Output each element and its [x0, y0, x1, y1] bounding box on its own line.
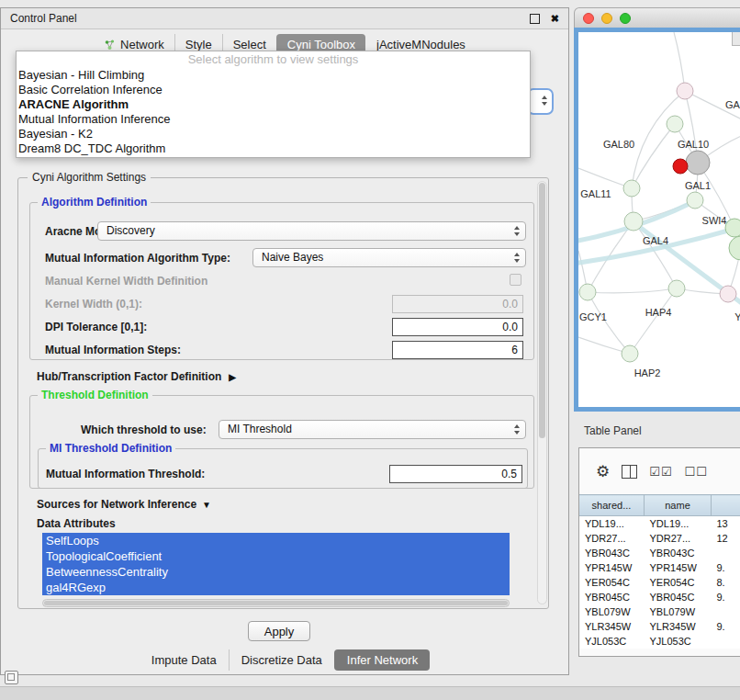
scrollbar-corner: [732, 32, 740, 46]
algorithm-option[interactable]: Bayesian - Hill Climbing: [17, 68, 530, 83]
mac-close-icon[interactable]: [583, 13, 594, 24]
tab-label: Style: [185, 38, 212, 51]
network-node[interactable]: [667, 116, 683, 132]
column-header-shared-name[interactable]: shared...: [579, 495, 645, 516]
apply-button[interactable]: Apply: [248, 621, 310, 641]
kernel-width-field: 0.0: [392, 295, 523, 313]
scrollbar-thumb[interactable]: [539, 183, 545, 438]
node-label: HAP2: [634, 367, 661, 378]
node-label: GAL80: [603, 139, 634, 150]
dpi-tolerance-field[interactable]: 0.0: [392, 318, 523, 336]
mi-steps-label: Mutual Information Steps:: [45, 344, 181, 356]
network-node[interactable]: [624, 212, 643, 231]
table-row[interactable]: YDR27...YDR27...12: [579, 531, 740, 546]
tab-discretize-data[interactable]: Discretize Data: [229, 649, 334, 671]
control-panel-title: Control Panel: [10, 12, 77, 25]
group-title: MI Threshold Definition: [46, 442, 175, 455]
data-attribute-item[interactable]: gal4RGexp: [42, 580, 510, 595]
network-node[interactable]: [579, 284, 596, 300]
table-cell: YLR345W: [645, 619, 712, 634]
network-edge: [588, 288, 677, 293]
table-row[interactable]: YJL053CYJL053C: [579, 634, 740, 649]
close-icon[interactable]: ✖: [551, 14, 559, 24]
horizontal-scrollbar[interactable]: [42, 599, 510, 607]
network-node[interactable]: [673, 159, 688, 174]
table-cell: YJL053C: [645, 634, 712, 649]
manual-kernel-width-checkbox: [510, 274, 521, 286]
dpi-tolerance-label: DPI Tolerance [0,1]:: [45, 321, 147, 333]
table-row[interactable]: YPR145WYPR145W9.: [579, 560, 740, 575]
data-attribute-item[interactable]: SelfLoops: [42, 533, 510, 548]
network-node[interactable]: [686, 151, 710, 175]
hub-definition-section[interactable]: Hub/Transcription Factor Definition ▶: [37, 370, 236, 383]
algorithm-option[interactable]: Dream8 DC_TDC Algorithm: [17, 141, 530, 156]
algorithm-combobox-fragment[interactable]: [527, 88, 554, 115]
vertical-scrollbar[interactable]: [537, 181, 547, 604]
algorithm-option[interactable]: Mutual Information Inference: [17, 112, 530, 127]
dropdown-placeholder: Select algorithm to view settings: [17, 51, 530, 68]
data-attribute-item[interactable]: TopologicalCoefficient: [42, 548, 510, 564]
frame-title: Cyni Algorithm Settings: [28, 171, 151, 184]
tab-impute-data[interactable]: Impute Data: [140, 649, 229, 671]
node-label: GAL11: [580, 188, 611, 199]
mi-steps-field[interactable]: 6: [392, 341, 523, 359]
table-row[interactable]: YLR345WYLR345W9.: [579, 619, 740, 634]
select-all-checkboxes-icon[interactable]: ☑☑: [649, 465, 672, 479]
mac-minimize-icon[interactable]: [601, 13, 612, 24]
network-node[interactable]: [687, 192, 703, 209]
column-header-name[interactable]: name: [645, 495, 712, 516]
table-row[interactable]: YDL19...YDL19...13: [579, 516, 740, 532]
expanded-arrow-icon[interactable]: ▼: [202, 500, 211, 510]
table-row[interactable]: YBR045CYBR045C9.: [579, 590, 740, 604]
mi-algorithm-type-combobox[interactable]: Naive Bayes: [252, 248, 526, 267]
data-attributes-list[interactable]: SelfLoopsTopologicalCoefficientBetweenne…: [42, 533, 510, 595]
scrollbar-thumb[interactable]: [44, 601, 508, 605]
network-window-focus-border: GAL80GAL10GAL11GAL1SWI4GAL4GCY1HAP4HAP2G…: [574, 28, 740, 412]
control-panel-titlebar: Control Panel ✖: [1, 8, 568, 29]
mi-threshold-definition-group: MI Threshold Definition Mutual Informati…: [38, 448, 528, 489]
gear-icon[interactable]: ⚙: [596, 462, 610, 481]
network-node[interactable]: [622, 345, 638, 362]
network-node[interactable]: [725, 219, 740, 237]
algorithm-definition-group: Algorithm Definition Aracne Mode: Discov…: [29, 202, 534, 360]
mac-zoom-icon[interactable]: [620, 13, 631, 24]
table-cell: [712, 546, 740, 560]
hub-definition-label: Hub/Transcription Factor Definition: [37, 370, 221, 383]
aracne-mode-combobox[interactable]: Discovery: [97, 221, 526, 241]
network-edge: [633, 221, 677, 288]
algorithm-option[interactable]: ARACNE Algorithm: [17, 97, 530, 112]
combobox-arrows-icon: [514, 253, 520, 263]
panel-dock-icon[interactable]: [5, 671, 18, 684]
table-row[interactable]: YBR043CYBR043C: [579, 546, 740, 560]
table-row[interactable]: YER054CYER054C8.: [579, 575, 740, 590]
network-node[interactable]: [623, 180, 640, 197]
columns-icon[interactable]: [622, 465, 637, 479]
algorithm-option[interactable]: Basic Correlation Inference: [17, 83, 530, 97]
clear-all-checkboxes-icon[interactable]: ☐☐: [685, 465, 708, 479]
column-header-partial[interactable]: [712, 495, 740, 516]
network-node[interactable]: [720, 286, 736, 302]
table-row[interactable]: YBL079WYBL079W: [579, 604, 740, 619]
tab-infer-network[interactable]: Infer Network: [334, 649, 430, 671]
network-icon: [104, 40, 116, 51]
table-cell: YDR27...: [645, 531, 712, 546]
collapsed-arrow-icon[interactable]: ▶: [229, 372, 236, 382]
network-node[interactable]: [729, 236, 740, 260]
float-window-icon[interactable]: [530, 14, 540, 24]
table-cell: 13: [712, 516, 740, 532]
data-attributes-label: Data Attributes: [37, 517, 116, 530]
which-threshold-label: Which threshold to use:: [81, 423, 207, 436]
network-canvas[interactable]: GAL80GAL10GAL11GAL1SWI4GAL4GCY1HAP4HAP2G…: [578, 32, 740, 407]
data-attribute-item[interactable]: BetweennessCentrality: [42, 564, 510, 580]
mi-threshold-field[interactable]: 0.5: [389, 465, 522, 483]
table-cell: YBR043C: [579, 546, 645, 560]
combobox-value: Discovery: [107, 224, 155, 237]
table-cell: 9.: [712, 590, 740, 604]
combobox-value: Naive Bayes: [262, 251, 323, 264]
sources-section[interactable]: Sources for Network Inference ▼: [37, 498, 211, 511]
which-threshold-combobox[interactable]: MI Threshold: [219, 420, 526, 439]
network-node[interactable]: [668, 280, 685, 297]
algorithm-option[interactable]: Bayesian - K2: [17, 127, 530, 141]
network-node[interactable]: [677, 83, 693, 99]
group-title: Threshold Definition: [38, 389, 152, 401]
